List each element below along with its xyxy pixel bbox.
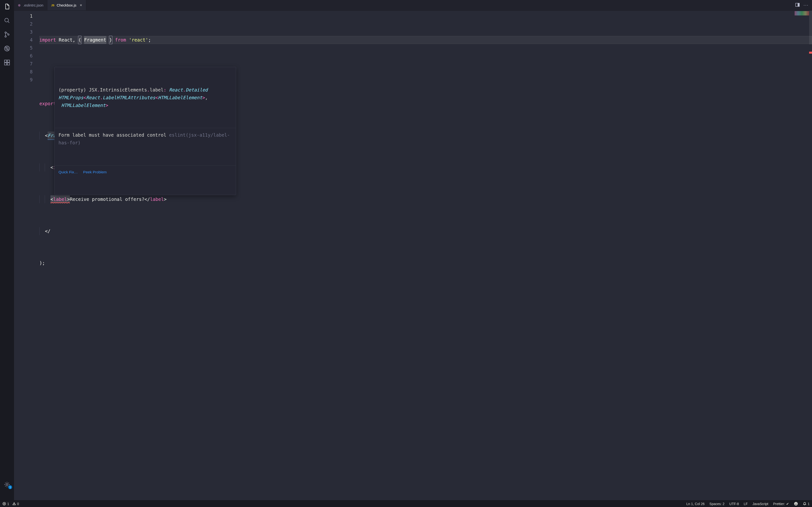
error-count: 1 [7,502,9,506]
scrollbar-thumb[interactable] [809,11,812,44]
tab-eslintrc[interactable]: ◎ .eslintrc.json [14,0,47,10]
extensions-icon[interactable] [3,59,11,66]
language-mode[interactable]: JavaScript [753,502,768,506]
explorer-icon[interactable] [3,3,11,10]
svg-point-15 [796,503,797,503]
quick-fix-link[interactable]: Quick Fix… [58,168,78,176]
svg-rect-11 [798,3,800,6]
svg-rect-5 [5,60,7,62]
search-icon[interactable] [3,17,11,24]
code-line[interactable]: ); [39,259,812,267]
svg-point-9 [6,484,8,485]
code-line[interactable] [39,291,812,299]
tab-label: .eslintrc.json [23,3,43,7]
notification-count: 1 [808,502,810,506]
code-line[interactable]: <label>Receive promotional offers?</labe… [39,195,812,203]
source-control-icon[interactable] [3,31,11,38]
code-lines[interactable]: import React, { Fragment } from 'react';… [39,11,812,500]
warning-count: 0 [17,502,19,506]
error-icon [2,502,6,506]
tooltip-actions: Quick Fix… Peek Problem [55,165,236,179]
eol-status[interactable]: LF [744,502,748,506]
hover-tooltip: (property) JSX.IntrinsicElements.label: … [54,67,236,195]
code-editor[interactable]: 1 2 3 4 5 6 7 8 9 import React, { Fragme… [14,11,812,500]
peek-problem-link[interactable]: Peek Problem [83,168,107,176]
error-marker[interactable] [809,52,812,54]
tooltip-error-msg: Form label must have associated control … [55,128,236,150]
code-line[interactable]: import React, { Fragment } from 'react'; [39,36,812,44]
svg-point-2 [5,36,6,37]
svg-point-14 [795,503,796,503]
bell-icon [803,502,806,506]
notifications-bell[interactable]: 1 [803,502,810,506]
tooltip-signature: (property) JSX.IntrinsicElements.label: … [55,83,236,112]
split-editor-icon[interactable] [795,3,800,8]
status-bar: 1 0 Ln 1, Col 26 Spaces: 2 UTF-8 LF Java… [0,500,812,507]
minimap[interactable] [795,11,809,15]
tab-label: Checkbox.js [57,3,77,7]
close-icon[interactable]: × [80,3,82,7]
encoding-status[interactable]: UTF-8 [729,502,739,506]
js-file-icon: JS [51,3,55,7]
activity-bar: 1 [0,0,14,500]
eslint-file-icon: ◎ [17,3,21,7]
cursor-position[interactable]: Ln 1, Col 26 [686,502,705,506]
tab-checkbox-js[interactable]: JS Checkbox.js × [47,0,86,10]
app-shell: 1 ◎ .eslintrc.json JS Checkbox.js × ··· [0,0,812,500]
svg-point-13 [794,502,798,506]
tab-bar: ◎ .eslintrc.json JS Checkbox.js × ··· [14,0,812,11]
more-actions-icon[interactable]: ··· [804,3,809,8]
editor-area: ◎ .eslintrc.json JS Checkbox.js × ··· 1 … [14,0,812,500]
svg-rect-6 [5,63,7,65]
code-line[interactable]: </ [39,227,812,235]
svg-rect-8 [7,60,9,62]
line-gutter: 1 2 3 4 5 6 7 8 9 [14,11,39,500]
svg-rect-7 [7,63,9,65]
settings-gear-icon[interactable]: 1 [3,481,11,488]
problems-status[interactable]: 1 0 [2,502,19,506]
settings-badge: 1 [8,485,12,489]
prettier-status[interactable]: Prettier: ✔ [773,502,789,506]
debug-disabled-icon[interactable] [3,45,11,52]
svg-point-0 [5,18,8,22]
indentation-status[interactable]: Spaces: 2 [710,502,724,506]
warning-icon [12,502,16,506]
svg-point-1 [5,32,6,33]
feedback-icon[interactable] [794,502,798,506]
